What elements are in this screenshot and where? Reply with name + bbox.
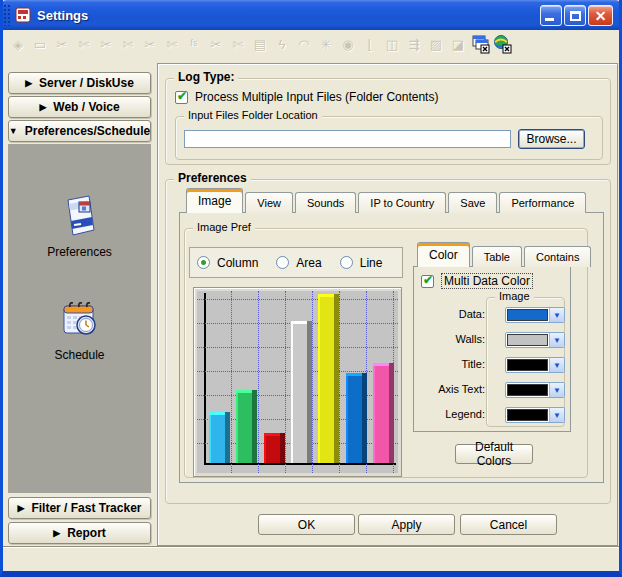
chevron-right-icon: ▶ [25, 78, 32, 88]
sidebar-section-label: Server / DiskUse [39, 76, 134, 90]
ok-button[interactable]: OK [258, 514, 355, 535]
tab-ip-to-country[interactable]: IP to Country [358, 192, 446, 213]
tool-icon-2-disabled[interactable]: ▭ [30, 34, 50, 54]
tool-icon-13-disabled[interactable]: ϟ [272, 34, 292, 54]
tool-icon-21-disabled[interactable]: ◪ [448, 34, 468, 54]
folder-location-input[interactable] [184, 130, 511, 148]
chart-plot-area [197, 291, 398, 473]
tab-view[interactable]: View [245, 192, 293, 213]
radio-area[interactable] [276, 256, 289, 269]
process-multiple-checkbox[interactable] [175, 91, 188, 104]
chart-type-option-line[interactable]: Line [340, 256, 383, 270]
color-row-label: Data: [459, 308, 485, 320]
sidebar-section-filter-fast-tracker[interactable]: ▶Filter / Fast Tracker [8, 497, 151, 519]
chevron-down-icon: ▼ [549, 358, 564, 372]
chevron-down-icon: ▼ [549, 383, 564, 397]
color-dropdown-title-[interactable]: ▼ [505, 357, 565, 373]
chevron-right-icon: ▶ [18, 503, 25, 513]
radio-column[interactable] [197, 256, 210, 269]
log-type-title: Log Type: [174, 70, 238, 84]
tab-sounds[interactable]: Sounds [295, 192, 356, 213]
chevron-right-icon: ▶ [39, 102, 46, 112]
chart-bar [291, 321, 312, 463]
schedule-icon [59, 297, 101, 341]
tab-color[interactable]: Color [417, 242, 470, 267]
tab-table[interactable]: Table [472, 246, 522, 267]
chart-bar [346, 373, 367, 463]
multi-data-color-row: Multi Data Color [421, 273, 533, 289]
tool-icon-10-disabled[interactable]: ✂ [206, 34, 226, 54]
minimize-icon [545, 18, 554, 21]
tool-icon-7-disabled[interactable]: ✂ [140, 34, 160, 54]
window-badge-icon[interactable] [470, 34, 490, 54]
sidebar-item-preferences[interactable]: Preferences [8, 194, 151, 259]
tool-icon-17-disabled[interactable]: ⌊ [360, 34, 380, 54]
chart-type-option-area[interactable]: Area [276, 256, 321, 270]
title-bar[interactable]: Settings ✕ [0, 0, 622, 30]
chevron-right-icon: ▶ [53, 528, 60, 538]
tool-icon-14-disabled[interactable]: ◠ [294, 34, 314, 54]
color-dropdown-data-[interactable]: ▼ [505, 307, 565, 323]
color-row-title-: Title:▼ [413, 357, 575, 373]
maximize-button[interactable] [564, 5, 586, 26]
tool-icon-9-disabled[interactable]: ᶠˢ [184, 34, 204, 54]
apply-button[interactable]: Apply [358, 514, 455, 535]
color-swatch [507, 334, 548, 346]
default-colors-button[interactable]: Default Colors [455, 444, 533, 464]
color-row-label: Title: [462, 358, 485, 370]
tool-icon-19-disabled[interactable]: ⇶ [404, 34, 424, 54]
globe-badge-icon[interactable] [492, 34, 512, 54]
close-icon: ✕ [589, 6, 612, 25]
sidebar-item-label: Schedule [8, 348, 151, 362]
close-button[interactable]: ✕ [588, 5, 613, 26]
radio-line[interactable] [340, 256, 353, 269]
tool-icon-8-disabled[interactable]: ✄ [162, 34, 182, 54]
tool-icon-11-disabled[interactable]: ✄ [228, 34, 248, 54]
sidebar-section-label: Preferences/Schedule [25, 124, 150, 138]
chart-y-axis [204, 293, 206, 465]
multi-data-color-checkbox[interactable] [421, 275, 434, 288]
cancel-button[interactable]: Cancel [460, 514, 557, 535]
chevron-down-icon: ▼ [549, 308, 564, 322]
tool-icon-5-disabled[interactable]: ✂ [96, 34, 116, 54]
status-separator [3, 546, 619, 548]
sidebar-item-schedule[interactable]: Schedule [8, 297, 151, 362]
chevron-down-icon: ▼ [549, 408, 564, 422]
sidebar-section-preferences-schedule[interactable]: ▼Preferences/Schedule [8, 120, 151, 142]
chart-preview [193, 287, 402, 477]
color-dropdown-walls-[interactable]: ▼ [505, 332, 565, 348]
toolbar: ◈▭✂✄✂✄✂✄ᶠˢ✂✄▤ϟ◠✳◉⌊◫⇶▨◪ [3, 30, 619, 60]
chart-type-option-column[interactable]: Column [197, 256, 258, 270]
tool-icon-18-disabled[interactable]: ◫ [382, 34, 402, 54]
tool-icon-3-disabled[interactable]: ✂ [52, 34, 72, 54]
color-dropdown-axis-text-[interactable]: ▼ [505, 382, 565, 398]
tool-icon-1-disabled[interactable]: ◈ [8, 34, 28, 54]
color-row-label: Walls: [455, 333, 485, 345]
tool-icon-4-disabled[interactable]: ✄ [74, 34, 94, 54]
tab-performance[interactable]: Performance [499, 192, 586, 213]
tool-icon-15-disabled[interactable]: ✳ [316, 34, 336, 54]
color-swatch [507, 409, 548, 421]
sidebar-section-server-diskuse[interactable]: ▶Server / DiskUse [8, 72, 151, 94]
color-row-legend-: Legend:▼ [413, 407, 575, 423]
chart-bar [318, 294, 339, 463]
color-row-label: Legend: [445, 408, 485, 420]
tool-icon-20-disabled[interactable]: ▨ [426, 34, 446, 54]
settings-window: Settings ✕ ◈▭✂✄✂✄✂✄ᶠˢ✂✄▤ϟ◠✳◉⌊◫⇶▨◪ [0, 0, 622, 577]
browse-button[interactable]: Browse... [518, 129, 585, 149]
image-pref-title: Image Pref [193, 221, 255, 233]
window-title: Settings [37, 8, 88, 23]
tool-icon-12-disabled[interactable]: ▤ [250, 34, 270, 54]
tab-image[interactable]: Image [186, 188, 243, 213]
color-dropdown-legend-[interactable]: ▼ [505, 407, 565, 423]
sidebar-section-report[interactable]: ▶Report [8, 522, 151, 544]
sidebar-section-web-voice[interactable]: ▶Web / Voice [8, 96, 151, 118]
chart-gridline [312, 291, 313, 473]
tool-icon-16-disabled[interactable]: ◉ [338, 34, 358, 54]
tool-icon-6-disabled[interactable]: ✄ [118, 34, 138, 54]
color-row-axis-text-: Axis Text:▼ [413, 382, 575, 398]
tab-save[interactable]: Save [448, 192, 497, 213]
tab-contains[interactable]: Contains [524, 246, 591, 267]
minimize-button[interactable] [540, 5, 562, 26]
chart-gridline [285, 291, 286, 473]
